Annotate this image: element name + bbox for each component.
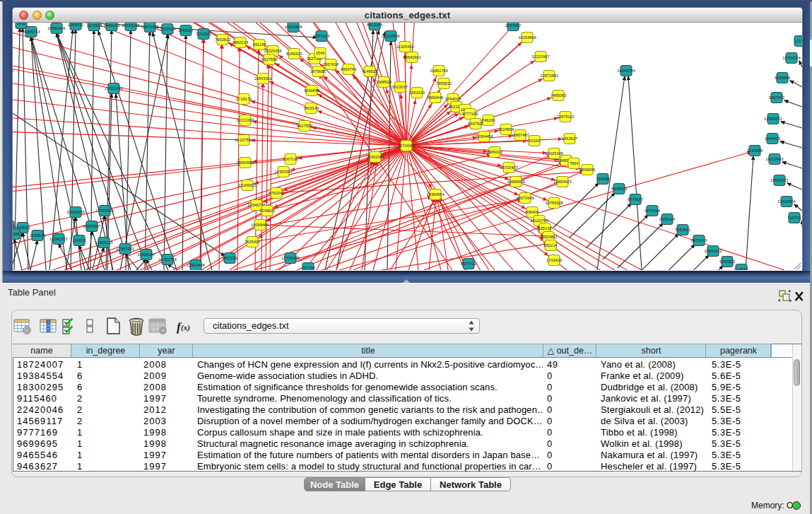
svg-text:7485063: 7485063 bbox=[551, 93, 567, 98]
svg-text:7151521: 7151521 bbox=[196, 32, 211, 36]
svg-text:9899695: 9899695 bbox=[579, 168, 596, 172]
svg-text:9242848: 9242848 bbox=[304, 88, 320, 93]
svg-text:19384554: 19384554 bbox=[426, 192, 445, 197]
svg-text:19654923: 19654923 bbox=[553, 180, 572, 184]
svg-text:18072649: 18072649 bbox=[516, 196, 534, 200]
svg-text:1156829: 1156829 bbox=[30, 233, 45, 238]
svg-text:16648784: 16648784 bbox=[617, 69, 635, 73]
svg-text:10654112: 10654112 bbox=[705, 249, 722, 253]
svg-text:16961758: 16961758 bbox=[430, 69, 448, 73]
svg-text:1463627: 1463627 bbox=[562, 136, 577, 141]
svg-text:10958107: 10958107 bbox=[137, 252, 155, 257]
svg-text:8186323: 8186323 bbox=[286, 52, 302, 56]
svg-text:1065327: 1065327 bbox=[178, 28, 194, 33]
svg-text:16640910: 16640910 bbox=[403, 55, 421, 59]
svg-text:9227342: 9227342 bbox=[769, 95, 784, 100]
svg-text:(x): (x) bbox=[181, 323, 190, 332]
svg-text:6466160: 6466160 bbox=[104, 23, 120, 28]
svg-text:3024554: 3024554 bbox=[498, 127, 514, 132]
svg-text:19218506: 19218506 bbox=[382, 34, 400, 38]
svg-text:15302083: 15302083 bbox=[366, 155, 384, 159]
svg-text:9327508: 9327508 bbox=[261, 57, 278, 62]
svg-text:11325419: 11325419 bbox=[396, 45, 414, 49]
svg-text:10756928: 10756928 bbox=[545, 201, 563, 205]
svg-text:17359928: 17359928 bbox=[95, 209, 114, 213]
svg-text:10210643: 10210643 bbox=[765, 157, 784, 161]
svg-text:10807487: 10807487 bbox=[511, 133, 529, 137]
svg-text:1588520: 1588520 bbox=[376, 80, 392, 84]
svg-text:165132: 165132 bbox=[538, 226, 551, 230]
svg-text:12342757: 12342757 bbox=[49, 237, 67, 241]
svg-text:12505135: 12505135 bbox=[95, 240, 113, 245]
svg-text:8427552: 8427552 bbox=[297, 124, 312, 128]
svg-text:16543362: 16543362 bbox=[254, 76, 271, 81]
svg-text:16154808: 16154808 bbox=[518, 35, 536, 40]
svg-text:20206555: 20206555 bbox=[66, 210, 85, 214]
svg-text:62160: 62160 bbox=[529, 139, 541, 143]
svg-text:2967608: 2967608 bbox=[323, 62, 339, 66]
svg-text:8454749: 8454749 bbox=[341, 67, 356, 71]
svg-text:8577712: 8577712 bbox=[461, 262, 476, 266]
svg-text:7955812: 7955812 bbox=[436, 81, 452, 86]
svg-text:8990448: 8990448 bbox=[428, 95, 444, 100]
svg-text:6879197: 6879197 bbox=[628, 197, 643, 201]
svg-text:10973493: 10973493 bbox=[540, 74, 558, 78]
svg-text:1405: 1405 bbox=[17, 23, 27, 25]
svg-text:10688609: 10688609 bbox=[507, 180, 524, 184]
svg-text:12213967: 12213967 bbox=[531, 54, 549, 59]
svg-text:9245652: 9245652 bbox=[719, 259, 735, 264]
svg-text:908406: 908406 bbox=[525, 210, 539, 214]
svg-text:8960124: 8960124 bbox=[233, 40, 249, 45]
svg-text:20691406: 20691406 bbox=[47, 26, 66, 30]
svg-text:891295: 891295 bbox=[252, 42, 266, 47]
svg-text:2935114: 2935114 bbox=[659, 217, 676, 221]
svg-text:13226058: 13226058 bbox=[264, 49, 282, 53]
svg-text:16120746: 16120746 bbox=[530, 218, 548, 223]
svg-text:8938923: 8938923 bbox=[611, 187, 628, 191]
svg-text:7357224: 7357224 bbox=[314, 34, 330, 38]
svg-text:8813054: 8813054 bbox=[367, 23, 383, 27]
svg-text:12923448: 12923448 bbox=[187, 263, 205, 267]
svg-text:9777169: 9777169 bbox=[462, 112, 478, 116]
svg-text:1549822: 1549822 bbox=[259, 209, 275, 213]
svg-text:7663822: 7663822 bbox=[215, 37, 230, 42]
svg-text:7625402: 7625402 bbox=[245, 240, 260, 244]
svg-text:9329966: 9329966 bbox=[775, 76, 791, 80]
svg-text:8322037: 8322037 bbox=[392, 85, 408, 89]
svg-text:16033809: 16033809 bbox=[284, 25, 302, 29]
svg-text:15716485: 15716485 bbox=[281, 256, 300, 260]
svg-text:20364456: 20364456 bbox=[475, 134, 493, 139]
svg-text:252214: 252214 bbox=[543, 243, 558, 247]
svg-text:9146821: 9146821 bbox=[362, 69, 377, 74]
svg-text:14055714: 14055714 bbox=[22, 30, 40, 34]
svg-text:15692971: 15692971 bbox=[770, 178, 788, 182]
svg-text:7632621: 7632621 bbox=[675, 228, 690, 232]
svg-text:17016504: 17016504 bbox=[777, 199, 796, 204]
svg-text:15751074: 15751074 bbox=[782, 56, 801, 60]
svg-text:1527602: 1527602 bbox=[86, 23, 102, 28]
svg-text:39975887: 39975887 bbox=[83, 224, 100, 228]
svg-text:39155: 39155 bbox=[13, 232, 20, 236]
svg-text:16099484: 16099484 bbox=[251, 223, 269, 227]
svg-text:15720407: 15720407 bbox=[500, 165, 517, 170]
svg-text:9857291: 9857291 bbox=[222, 256, 237, 260]
svg-text:12213369: 12213369 bbox=[236, 118, 254, 122]
svg-text:157164: 157164 bbox=[301, 266, 315, 270]
svg-text:11172: 11172 bbox=[794, 39, 802, 43]
svg-text:16671355: 16671355 bbox=[141, 25, 159, 29]
svg-text:20053346: 20053346 bbox=[105, 86, 123, 90]
svg-text:8783342: 8783342 bbox=[269, 191, 284, 195]
svg-text:13524861: 13524861 bbox=[539, 235, 557, 239]
svg-text:2986322: 2986322 bbox=[487, 150, 502, 154]
svg-text:164095: 164095 bbox=[596, 177, 610, 181]
svg-text:9474444: 9474444 bbox=[645, 209, 661, 213]
svg-text:1065532: 1065532 bbox=[68, 23, 83, 27]
svg-text:8471676: 8471676 bbox=[691, 238, 707, 243]
svg-text:746266: 746266 bbox=[481, 118, 495, 122]
svg-text:3875685: 3875685 bbox=[310, 69, 326, 74]
svg-text:7803144: 7803144 bbox=[303, 106, 319, 110]
svg-text:3267130: 3267130 bbox=[283, 157, 299, 161]
svg-text:7864: 7864 bbox=[570, 161, 579, 165]
svg-text:114519: 114519 bbox=[73, 238, 86, 243]
svg-text:16107552: 16107552 bbox=[235, 138, 252, 142]
